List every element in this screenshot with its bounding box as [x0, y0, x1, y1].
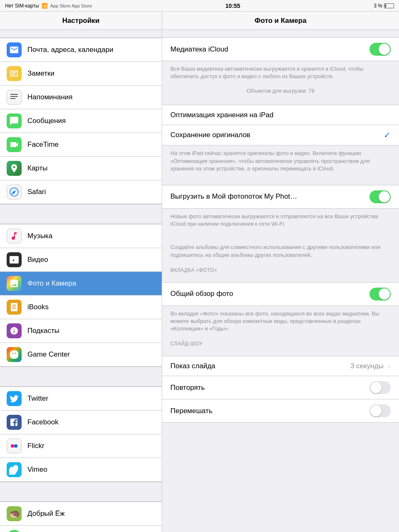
sidebar-item-mail[interactable]: Почта, адреса, календари — [0, 38, 162, 62]
sidebar-item-facebook[interactable]: Facebook — [0, 411, 162, 434]
wifi-icon: 📶 — [42, 3, 48, 9]
sidebar-group-4: 🦔 Добрый Ёж AppleInsider — [0, 501, 162, 532]
music-label: Музыка — [27, 232, 52, 240]
sidebar-item-photos[interactable]: Фото и Камера — [0, 272, 162, 296]
sidebar-item-facetime[interactable]: FaceTime — [0, 133, 162, 157]
video-label: Видео — [27, 256, 48, 264]
messages-label: Сообщения — [27, 117, 66, 125]
podcasts-label: Подкасты — [27, 327, 59, 335]
sidebar-item-flickr[interactable]: Flickr — [0, 434, 162, 458]
ibooks-icon — [7, 300, 22, 315]
appleinsider-icon — [7, 530, 22, 532]
maps-icon — [7, 161, 22, 176]
icloud-toggle-label: Медиатека iCloud — [170, 45, 369, 54]
sidebar-item-twitter[interactable]: Twitter — [0, 387, 162, 411]
sidebar-group-2: Музыка Видео Фото и Камера — [0, 224, 162, 367]
photos-overview-toggle[interactable] — [369, 288, 391, 300]
mail-label: Почта, адреса, календари — [27, 46, 113, 54]
shuffle-label: Перемешать — [170, 407, 369, 415]
svg-rect-1 — [10, 96, 18, 97]
safari-icon — [7, 185, 22, 200]
right-panel: Медиатека iCloud Вся Ваша медиатека авто… — [162, 30, 399, 532]
hedgehog-label: Добрый Ёж — [27, 510, 65, 518]
vimeo-icon — [7, 462, 22, 477]
storage-option1-label: Оптимизация хранения на iPad — [170, 111, 391, 119]
sidebar-item-safari[interactable]: Safari — [0, 180, 162, 204]
reminders-icon — [7, 90, 22, 105]
main-layout: Почта, адреса, календари Заметки Напомин… — [0, 30, 399, 532]
sidebar-item-maps[interactable]: Карты — [0, 157, 162, 180]
status-bar: Нет SIM-карты 📶 App Store App Store 10:5… — [0, 0, 399, 12]
podcasts-icon — [7, 323, 22, 338]
header-row: Настройки Фото и Камера — [0, 12, 399, 30]
sidebar-item-video[interactable]: Видео — [0, 248, 162, 272]
photos-tab-header: ВКЛАДКА «ФОТО» — [162, 264, 399, 275]
shuffle-toggle[interactable] — [369, 404, 391, 417]
music-icon — [7, 229, 22, 244]
flickr-icon — [7, 438, 22, 453]
status-right: 3 % — [374, 3, 394, 9]
storage-option2-check: ✓ — [384, 130, 391, 140]
notes-label: Заметки — [27, 69, 54, 78]
repeat-label: Повторять — [170, 384, 369, 392]
reminders-label: Напоминания — [27, 93, 73, 101]
sidebar-item-music[interactable]: Музыка — [0, 224, 162, 248]
messages-icon — [7, 113, 22, 128]
storage-option2-label: Сохранение оригиналов — [170, 131, 380, 139]
video-icon — [7, 252, 22, 267]
slide-duration-row[interactable]: Показ слайда 3 секунды › — [162, 356, 399, 376]
svg-rect-0 — [10, 94, 18, 95]
hedgehog-icon: 🦔 — [7, 506, 22, 521]
gamecenter-icon — [7, 347, 22, 362]
slide-duration-value: 3 секунды — [350, 362, 384, 370]
sidebar-item-ibooks[interactable]: iBooks — [0, 296, 162, 319]
facetime-label: FaceTime — [27, 140, 59, 149]
battery-percent: 3 % — [374, 3, 382, 9]
icloud-toggle-row[interactable]: Медиатека iCloud — [162, 38, 399, 61]
vimeo-label: Vimeo — [27, 466, 47, 474]
mail-icon — [7, 42, 22, 57]
icloud-section: Медиатека iCloud — [162, 37, 399, 61]
slide-duration-label: Показ слайда — [170, 362, 350, 370]
photostream-toggle-row[interactable]: Выгрузить в Мой фотопоток My Phot… — [162, 185, 399, 208]
photos-overview-row[interactable]: Общий обзор фото — [162, 283, 399, 305]
sidebar-item-messages[interactable]: Сообщения — [0, 109, 162, 133]
svg-rect-2 — [10, 98, 15, 99]
storage-option1-row[interactable]: Оптимизация хранения на iPad — [162, 105, 399, 125]
sidebar-item-appleinsider[interactable]: AppleInsider — [0, 526, 162, 532]
sidebar-item-gamecenter[interactable]: Game Center — [0, 343, 162, 367]
svg-point-4 — [11, 444, 14, 448]
shuffle-row[interactable]: Перемешать — [162, 399, 399, 422]
sidebar-item-notes[interactable]: Заметки — [0, 62, 162, 86]
sidebar-group-1: Почта, адреса, календари Заметки Напомин… — [0, 37, 162, 204]
gamecenter-label: Game Center — [27, 350, 70, 359]
storage-option2-row[interactable]: Сохранение оригиналов ✓ — [162, 125, 399, 145]
sidebar-item-reminders[interactable]: Напоминания — [0, 86, 162, 109]
photostream-section: Выгрузить в Мой фотопоток My Phot… — [162, 185, 399, 209]
flickr-label: Flickr — [27, 442, 44, 450]
repeat-row[interactable]: Повторять — [162, 376, 399, 399]
photos-tab-section: Общий обзор фото — [162, 282, 399, 306]
icloud-description: Вся Ваша медиатека автоматически выгружа… — [162, 61, 399, 85]
status-time: 10:55 — [225, 2, 240, 9]
repeat-toggle[interactable] — [369, 381, 391, 394]
storage-section: Оптимизация хранения на iPad Сохранение … — [162, 105, 399, 145]
svg-point-5 — [14, 444, 17, 448]
photos-overview-label: Общий обзор фото — [170, 290, 369, 298]
storage-description: На этом iPad сейчас хранятся оригиналы ф… — [162, 145, 399, 177]
sidebar-item-podcasts[interactable]: Подкасты — [0, 319, 162, 343]
safari-label: Safari — [27, 188, 46, 196]
slideshow-section: Показ слайда 3 секунды › Повторять Перем… — [162, 356, 399, 423]
icloud-toggle[interactable] — [369, 43, 391, 56]
sidebar-item-vimeo[interactable]: Vimeo — [0, 458, 162, 482]
twitter-label: Twitter — [27, 394, 48, 403]
photos-label: Фото и Камера — [27, 279, 76, 288]
sidebar-item-hedgehog[interactable]: 🦔 Добрый Ёж — [0, 502, 162, 526]
shared-description: Создайте альбомы для совместного использ… — [162, 239, 399, 264]
photostream-description: Новые фото автоматически выгружаются и о… — [162, 209, 399, 233]
photostream-label: Выгрузить в Мой фотопоток My Phot… — [170, 192, 369, 201]
photostream-toggle[interactable] — [369, 190, 391, 203]
maps-label: Карты — [27, 164, 47, 172]
detail-header-title: Фото и Камера — [162, 12, 399, 30]
photos-tab-description: Во вкладке «Фото» показаны все фото, нах… — [162, 306, 399, 338]
